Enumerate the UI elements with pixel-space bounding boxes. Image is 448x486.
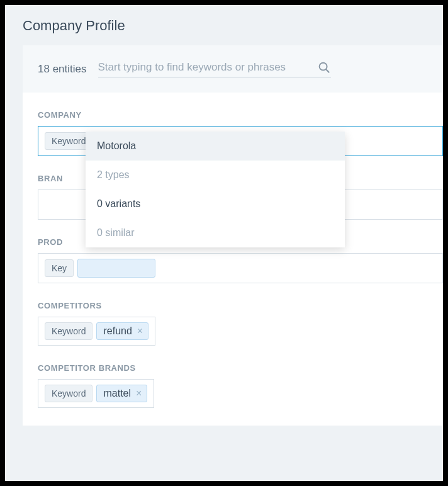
competitors-tag-row[interactable]: Keyword refund × <box>38 317 155 346</box>
page-title: Company Profile <box>23 18 425 34</box>
close-icon[interactable]: × <box>135 388 143 398</box>
close-icon[interactable]: × <box>136 326 144 336</box>
ghost-chip <box>77 259 155 278</box>
type-badge: Keyword <box>45 385 92 402</box>
chip-refund[interactable]: refund × <box>96 322 148 340</box>
content: COMPANY Keyword airtel × Motorola × Moto… <box>23 93 443 426</box>
svg-line-1 <box>326 69 329 72</box>
entity-count: 18 entities <box>38 63 87 76</box>
section-competitor-brands: COMPETITOR BRANDS Keyword mattel × <box>38 363 443 408</box>
chip-label: refund <box>103 325 132 337</box>
search-row: 18 entities <box>38 60 443 77</box>
type-badge: Keyword <box>45 322 92 340</box>
dropdown-item[interactable]: Motorola <box>86 132 345 161</box>
section-label-company: COMPANY <box>38 110 443 120</box>
section-label-competitor-brands: COMPETITOR BRANDS <box>38 363 443 373</box>
dropdown-item[interactable]: 2 types <box>86 161 345 189</box>
dropdown-item[interactable]: 0 variants <box>86 189 345 218</box>
section-label-competitors: COMPETITORS <box>38 301 443 310</box>
window: Company Profile 18 entities COMPANY Keyw… <box>5 5 443 481</box>
section-competitors: COMPETITORS Keyword refund × <box>38 301 443 346</box>
chip-mattel[interactable]: mattel × <box>96 385 147 402</box>
search-icon <box>317 60 331 74</box>
product-tag-row[interactable]: Key <box>38 253 443 283</box>
type-badge: Key <box>45 259 74 277</box>
dropdown: Motorola 2 types 0 variants 0 similar <box>86 132 345 247</box>
competitor-brands-tag-row[interactable]: Keyword mattel × <box>38 379 154 408</box>
svg-point-0 <box>319 63 327 71</box>
search-input-wrap <box>98 60 331 77</box>
search-input[interactable] <box>98 61 317 74</box>
header: Company Profile <box>5 5 443 45</box>
search-panel: 18 entities <box>23 45 443 93</box>
chip-label: mattel <box>103 388 131 399</box>
dropdown-item[interactable]: 0 similar <box>86 218 345 247</box>
